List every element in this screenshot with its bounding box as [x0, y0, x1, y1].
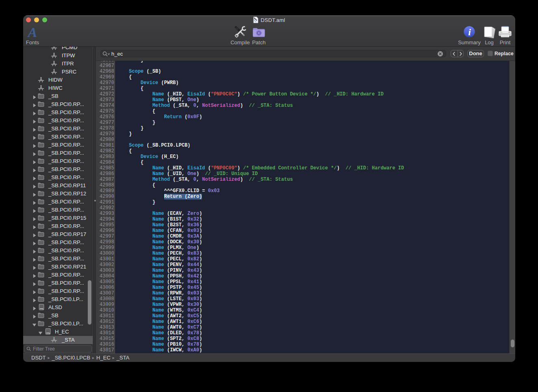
svg-text:A: A — [27, 26, 37, 39]
svg-text:i: i — [468, 27, 471, 37]
